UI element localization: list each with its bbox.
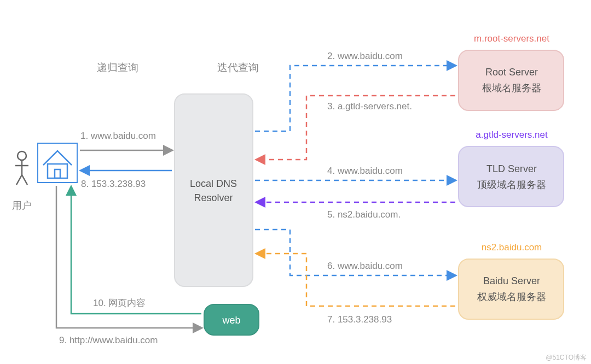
resolver-label-2: Resolver	[194, 192, 233, 203]
tld-server-node	[459, 146, 564, 207]
auth-server-node	[459, 259, 564, 319]
resolver-node	[175, 94, 253, 286]
label-step5: 5. ns2.baidu.com.	[327, 209, 401, 220]
watermark: @51CTO博客	[546, 354, 587, 361]
auth-l1: Baidu Server	[483, 275, 540, 286]
label-step10: 10. 网页内容	[93, 298, 146, 308]
user-icon	[15, 151, 28, 185]
arrow-step2	[255, 66, 455, 131]
root-l2: 根域名服务器	[482, 83, 541, 93]
label-step4: 4. www.baidu.com	[327, 166, 403, 176]
svg-point-0	[18, 151, 26, 160]
root-l1: Root Server	[485, 67, 538, 78]
auth-l2: 权威域名服务器	[477, 291, 546, 302]
root-domain: m.root-servers.net	[474, 33, 549, 44]
label-step7: 7. 153.3.238.93	[327, 314, 392, 325]
browser-node	[38, 143, 77, 183]
tld-l1: TLD Server	[486, 163, 537, 174]
label-step6: 6. www.baidu.com	[327, 261, 403, 271]
label-step3: 3. a.gtld-servers.net.	[327, 101, 412, 111]
label-recursive: 递归查询	[97, 62, 138, 73]
tld-domain: a.gtld-servers.net	[476, 130, 548, 140]
label-step8: 8. 153.3.238.93	[81, 179, 146, 189]
label-step1: 1. www.baidu.com	[80, 131, 156, 141]
svg-line-4	[22, 175, 27, 185]
svg-line-3	[16, 175, 22, 185]
tld-l2: 顶级域名服务器	[477, 179, 546, 190]
auth-domain: ns2.baidu.com	[482, 242, 542, 253]
user-label: 用户	[12, 200, 32, 211]
svg-rect-5	[38, 143, 77, 183]
label-iterative: 迭代查询	[217, 62, 259, 73]
resolver-label-1: Local DNS	[190, 178, 237, 189]
root-server-node	[459, 50, 564, 110]
label-step2: 2. www.baidu.com	[327, 51, 403, 61]
web-label: web	[222, 315, 240, 326]
label-step9: 9. http://www.baidu.com	[59, 335, 158, 345]
